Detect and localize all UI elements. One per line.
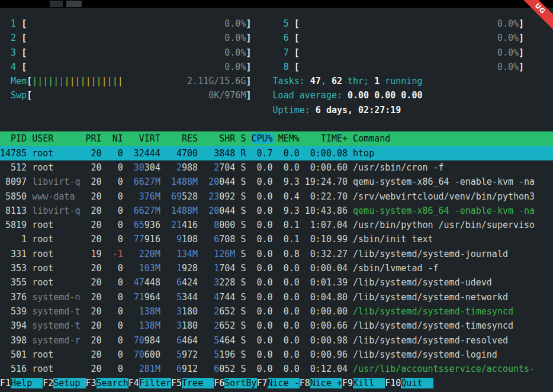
- priority: 20: [86, 349, 102, 360]
- cpu-percent: 0.0: [251, 306, 272, 317]
- column-header-shr[interactable]: SHR: [203, 133, 235, 144]
- process-row[interactable]: 5850 www-data 20 0 376M 69528 23092 S 0.…: [0, 189, 553, 204]
- gap: [80, 234, 85, 245]
- fkey-f7[interactable]: F7Nice -: [257, 378, 300, 388]
- res: 134M: [166, 249, 198, 259]
- fkey-f9[interactable]: F9Kill: [342, 378, 385, 388]
- gap: [348, 277, 353, 288]
- column-header-res[interactable]: RES: [166, 133, 198, 144]
- column-header-cpu[interactable]: CPU%: [251, 133, 272, 144]
- process-row[interactable]: 376 systemd-n 20 0 71964 5344 4744 S 0.0…: [0, 290, 553, 304]
- process-row[interactable]: 8097 libvirt-q 20 0 6627M 1488M 20044 S …: [0, 175, 553, 189]
- gap: [160, 292, 166, 303]
- gap: [102, 292, 107, 303]
- fkey-f4[interactable]: F4Filter: [128, 378, 171, 388]
- process-row[interactable]: 353 root 20 0 103M 1928 1704 S 0.0 0.0 0…: [0, 261, 553, 275]
- gap: [27, 176, 32, 187]
- memory-meter-row: Mem[||||||||||||||||| 2.11G/15.6G] Tasks…: [0, 74, 553, 88]
- gap: [27, 335, 32, 346]
- column-header-command[interactable]: Command: [353, 133, 390, 144]
- gap: [273, 277, 278, 288]
- process-row[interactable]: 539 systemd-t 20 0 138M 3180 2652 S 0.0 …: [0, 304, 553, 319]
- gap: [123, 220, 128, 230]
- shr: 6: [203, 234, 219, 245]
- column-header-time[interactable]: TIME+: [305, 133, 348, 144]
- mem-percent: 0.4: [278, 191, 300, 202]
- gap: [198, 148, 203, 159]
- shr: 848: [219, 148, 235, 159]
- virt: 6627M: [128, 176, 160, 187]
- process-row[interactable]: 394 systemd-t 20 0 138M 3180 2652 S 0.0 …: [0, 319, 553, 333]
- meter-close-bracket: ]: [519, 18, 524, 29]
- cpu-percent: 0.0: [251, 349, 272, 360]
- cpu-meter-value: 0.0%: [300, 47, 519, 58]
- cpu-percent: 0.0: [251, 249, 272, 259]
- meter-open-bracket: [: [21, 33, 27, 43]
- process-row[interactable]: 8113 libvirt-q 20 0 6627M 1488M 20044 S …: [0, 204, 553, 218]
- virt: 448: [144, 277, 160, 288]
- priority: 20: [86, 205, 102, 216]
- pid: 516: [0, 364, 27, 374]
- column-header-pri[interactable]: PRI: [86, 133, 102, 144]
- gap: [273, 133, 278, 144]
- uptime-row: Uptime: 6 days, 02:27:19: [0, 103, 553, 117]
- gap: [27, 320, 32, 331]
- process-row[interactable]: 516 root 20 0 281M 6912 6052 S 0.0 0.0 0…: [0, 362, 553, 376]
- process-row[interactable]: 398 systemd-r 20 0 70984 6464 5464 S 0.0…: [0, 333, 553, 348]
- process-row[interactable]: 331 root 19 -1 220M 134M 126M S 0.0 0.8 …: [0, 247, 553, 261]
- threads-count: 62: [332, 76, 342, 86]
- column-header-pid[interactable]: PID: [0, 133, 27, 144]
- time-plus: 0:32.27: [305, 249, 348, 259]
- res: 912: [182, 364, 198, 374]
- mem-percent: 0.0: [278, 263, 300, 274]
- res: 344: [182, 292, 198, 303]
- gap: [198, 176, 203, 187]
- virt: 65: [128, 220, 144, 230]
- process-row[interactable]: 1 root 20 0 77916 9108 6708 S 0.0 0.1 0:…: [0, 232, 553, 246]
- user: libvirt-q: [32, 176, 80, 187]
- virt: 71: [128, 292, 144, 303]
- pid: 394: [0, 320, 27, 331]
- fkey-f2[interactable]: F2Setup: [43, 378, 85, 388]
- fkey-f6[interactable]: F6SortBy: [214, 378, 256, 388]
- gap: [396, 90, 401, 101]
- mem-percent: 0.0: [278, 162, 300, 173]
- process-row[interactable]: 5819 root 20 0 65936 21416 8000 S 0.0 0.…: [0, 218, 553, 232]
- shr: 744: [219, 292, 235, 303]
- swp-label: Swp: [11, 90, 27, 101]
- swp-value: 0K/976M: [208, 90, 246, 101]
- user: root: [32, 220, 80, 230]
- fkey-f8[interactable]: F8Nice +: [300, 378, 342, 388]
- cpu-percent: 0.0: [251, 220, 272, 230]
- fkey-f10[interactable]: F10Quit: [385, 378, 433, 388]
- fkey-f3[interactable]: F3Search: [86, 378, 128, 388]
- gap: [123, 191, 128, 202]
- gap: [198, 306, 203, 317]
- priority: 20: [86, 234, 102, 245]
- gap: [273, 249, 278, 259]
- nice: 0: [107, 335, 123, 346]
- user: systemd-r: [32, 335, 80, 346]
- gap: [27, 263, 32, 274]
- column-header-user[interactable]: USER: [32, 133, 80, 144]
- cpu-percent: 0.0: [251, 335, 272, 346]
- time-plus: 0:22.70: [305, 191, 348, 202]
- column-header-virt[interactable]: VIRT: [128, 133, 160, 144]
- process-row[interactable]: 501 root 20 0 70600 5972 5196 S 0.0 0.0 …: [0, 348, 553, 362]
- shr: 8: [203, 220, 219, 230]
- gap: [160, 162, 166, 173]
- gap: [80, 306, 85, 317]
- process-row[interactable]: 355 root 20 0 47448 6424 3228 S 0.0 0.0 …: [0, 275, 553, 290]
- process-row[interactable]: 14785 root 20 0 32444 4700 3848 R 0.7 0.…: [0, 146, 553, 160]
- fkey-key: F6: [214, 378, 224, 388]
- process-row[interactable]: 512 root 20 0 30304 2988 2704 S 0.0 0.0 …: [0, 160, 553, 175]
- shr: 044: [219, 205, 235, 216]
- fkey-f1[interactable]: F1Help: [0, 378, 43, 388]
- gap: [300, 220, 305, 230]
- gap: [348, 162, 353, 173]
- gap: [102, 148, 107, 159]
- fkey-f5[interactable]: F5Tree: [171, 378, 214, 388]
- column-header-mem[interactable]: MEM%: [278, 133, 300, 144]
- virt: 138M: [128, 306, 160, 317]
- column-header-ni[interactable]: NI: [107, 133, 123, 144]
